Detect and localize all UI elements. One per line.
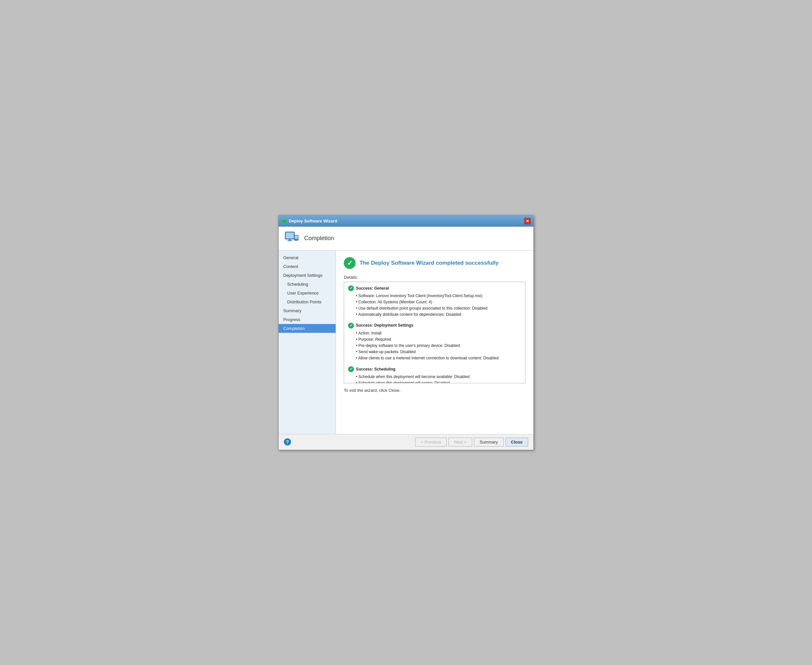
sidebar-item-progress[interactable]: Progress xyxy=(279,315,336,324)
details-label: Details: xyxy=(344,275,526,280)
sidebar: General Content Deployment Settings Sche… xyxy=(279,251,336,434)
success-check-icon: ✓ xyxy=(344,257,356,269)
section-deployment-title: Success: Deployment Settings xyxy=(356,322,413,329)
green-arrow-icon: ➜ xyxy=(281,218,286,225)
list-item: Action: Install xyxy=(356,330,521,336)
section-deployment-header: ✓ Success: Deployment Settings xyxy=(348,322,521,329)
svg-rect-1 xyxy=(286,233,294,239)
sidebar-item-summary[interactable]: Summary xyxy=(279,306,336,315)
list-item: Schedule when this deployment will expir… xyxy=(356,380,521,383)
section-deployment-list: Action: Install Purpose: Required Pre-de… xyxy=(348,330,521,362)
sidebar-item-general[interactable]: General xyxy=(279,253,336,262)
sidebar-item-completion[interactable]: Completion xyxy=(279,324,336,333)
list-item: Automatically distribute content for dep… xyxy=(356,311,521,318)
success-banner: ✓ The Deploy Software Wizard completed s… xyxy=(344,257,526,269)
list-item: Pre-deploy software to the user's primar… xyxy=(356,343,521,349)
next-button[interactable]: Next > xyxy=(449,438,472,447)
main-content: ✓ The Deploy Software Wizard completed s… xyxy=(336,251,533,434)
details-box[interactable]: ✓ Success: General Software: Lenovo Inve… xyxy=(344,282,526,383)
section-general-header: ✓ Success: General xyxy=(348,285,521,292)
section-scheduling: ✓ Success: Scheduling Schedule when this… xyxy=(348,366,521,383)
sidebar-item-distribution-points[interactable]: Distribution Points xyxy=(279,297,336,306)
close-window-button[interactable]: ✕ xyxy=(524,218,531,224)
check-icon-scheduling: ✓ xyxy=(348,366,354,372)
list-item: Schedule when this deployment will becom… xyxy=(356,374,521,380)
list-item: Purpose: Required xyxy=(356,336,521,343)
check-icon-deployment: ✓ xyxy=(348,323,354,329)
list-item: Collection: All Systems (Member Count: 4… xyxy=(356,299,521,305)
help-button[interactable]: ? xyxy=(284,438,291,446)
sidebar-item-content[interactable]: Content xyxy=(279,262,336,271)
svg-point-6 xyxy=(296,239,297,240)
section-general: ✓ Success: General Software: Lenovo Inve… xyxy=(348,285,521,318)
svg-rect-2 xyxy=(288,239,291,241)
previous-button[interactable]: < Previous xyxy=(415,438,447,447)
title-bar-left: ➜ Deploy Software Wizard xyxy=(281,218,337,225)
footer: ? < Previous Next > Summary Close xyxy=(279,434,533,450)
list-item: Allow clients to use a metered Internet … xyxy=(356,355,521,361)
footer-buttons: < Previous Next > Summary Close xyxy=(415,438,528,447)
list-item: Software: Lenovo Inventory Tool Client (… xyxy=(356,293,521,299)
list-item: Send wake-up packets: Disabled xyxy=(356,349,521,355)
window-title: Deploy Software Wizard xyxy=(289,218,337,223)
section-deployment: ✓ Success: Deployment Settings Action: I… xyxy=(348,322,521,361)
svg-rect-3 xyxy=(287,241,292,241)
list-item: Use default distribution point groups as… xyxy=(356,305,521,311)
content-area: General Content Deployment Settings Sche… xyxy=(279,251,533,434)
section-scheduling-title: Success: Scheduling xyxy=(356,366,395,372)
page-title: Completion xyxy=(304,235,334,242)
sidebar-item-scheduling[interactable]: Scheduling xyxy=(279,280,336,288)
section-general-title: Success: General xyxy=(356,285,389,292)
exit-text: To exit the wizard, click Close. xyxy=(344,388,526,393)
summary-button[interactable]: Summary xyxy=(474,438,503,447)
sidebar-item-user-experience[interactable]: User Experience xyxy=(279,288,336,297)
computer-icon xyxy=(284,231,300,246)
close-button[interactable]: Close xyxy=(505,438,528,447)
section-scheduling-header: ✓ Success: Scheduling xyxy=(348,366,521,372)
section-general-list: Software: Lenovo Inventory Tool Client (… xyxy=(348,293,521,318)
success-message: The Deploy Software Wizard completed suc… xyxy=(359,260,499,266)
sidebar-item-deployment-settings[interactable]: Deployment Settings xyxy=(279,271,336,280)
check-icon-general: ✓ xyxy=(348,285,354,291)
svg-rect-5 xyxy=(295,236,298,239)
section-scheduling-list: Schedule when this deployment will becom… xyxy=(348,374,521,383)
title-bar: ➜ Deploy Software Wizard ✕ xyxy=(279,216,533,227)
wizard-window: ➜ Deploy Software Wizard ✕ Completion Ge… xyxy=(278,215,534,450)
header-area: Completion xyxy=(279,227,533,251)
